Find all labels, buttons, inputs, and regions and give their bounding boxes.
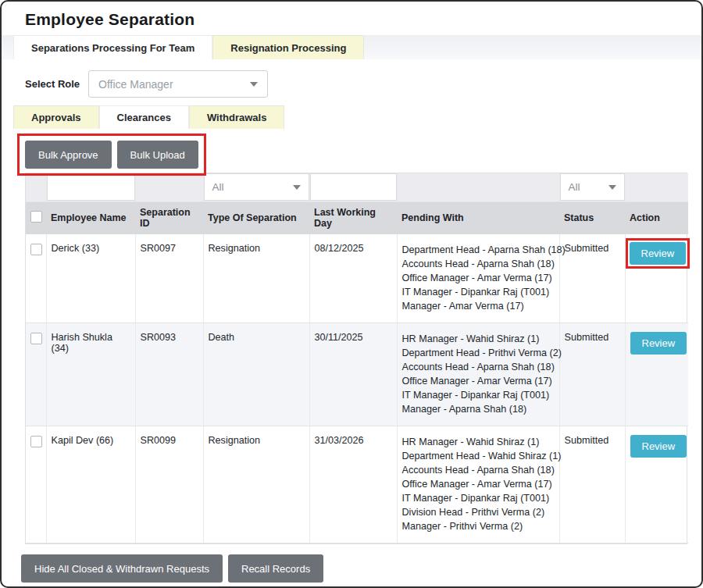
filter-value: All — [569, 181, 580, 193]
separations-table: All All Employee Name Separation ID — [26, 173, 688, 543]
tab-label: Clearances — [117, 112, 171, 123]
last-working-day-cell: 31/03/2026 — [309, 426, 397, 543]
pending-with-entry: Division Head - Prithvi Verma (2) — [402, 505, 553, 519]
col-header-type-of-separation: Type Of Separation — [203, 201, 309, 234]
tab-label: Withdrawals — [207, 112, 266, 123]
pending-with-entry: IT Manager - Dipankar Raj (T001) — [402, 491, 553, 505]
chevron-down-icon — [608, 185, 616, 190]
select-all-checkbox[interactable] — [30, 211, 42, 223]
tab-resignation-processing[interactable]: Resignation Processing — [212, 35, 364, 59]
last-working-day-cell: 08/12/2025 — [309, 234, 397, 323]
app-window: Employee Separation Separations Processi… — [0, 0, 703, 588]
role-selector-row: Select Role Office Manager — [25, 70, 701, 98]
tab-label: Approvals — [31, 112, 81, 123]
separation-id-cell: SR0099 — [135, 426, 203, 543]
col-header-pending-with: Pending With — [397, 201, 559, 234]
tab-label: Resignation Processing — [230, 42, 346, 54]
pending-with-entry: Manager - Amar Verma (17) — [402, 299, 553, 313]
filter-cell-separation-id — [135, 173, 203, 201]
pending-with-entry: Office Manager - Amar Verma (17) — [402, 374, 553, 388]
chevron-down-icon — [250, 82, 258, 87]
pending-with-entry: Accounts Head - Aparna Shah (18) — [402, 257, 553, 271]
table-row: Derick (33) SR0097 Resignation 08/12/202… — [26, 234, 688, 323]
table-filter-row: All All — [26, 173, 688, 201]
type-of-separation-filter-dropdown[interactable]: All — [204, 173, 309, 201]
review-button[interactable]: Review — [630, 242, 687, 265]
select-role-label: Select Role — [25, 78, 80, 90]
row-checkbox[interactable] — [30, 436, 42, 447]
separation-id-cell: SR0097 — [135, 234, 203, 323]
table-row: Harish Shukla (34) SR0093 Death 30/11/20… — [26, 323, 688, 426]
pending-with-entry: Department Head - Aparna Shah (18) — [402, 243, 553, 257]
pending-with-entry: Accounts Head - Aparna Shah (18) — [402, 463, 553, 477]
pending-with-entry: Office Manager - Amar Verma (17) — [402, 271, 553, 285]
bulk-upload-button[interactable]: Bulk Upload — [117, 141, 198, 169]
select-role-value: Office Manager — [98, 78, 173, 91]
pending-with-entry: IT Manager - Dipankar Raj (T001) — [402, 388, 553, 402]
type-of-separation-cell: Resignation — [203, 234, 309, 323]
separation-id-cell: SR0093 — [135, 323, 203, 426]
employee-name-cell: Kapil Dev (66) — [46, 426, 135, 543]
pending-with-cell: Department Head - Aparna Shah (18) Accou… — [397, 234, 559, 323]
pending-with-entry: Manager - Aparna Shah (18) — [402, 402, 553, 416]
hide-closed-withdrawn-button[interactable]: Hide All Closed & Withdrawn Requests — [21, 554, 223, 583]
pending-with-entry: Manager - Prithvi Verma (2) — [402, 519, 553, 533]
chevron-down-icon — [293, 185, 301, 190]
bulk-approve-button[interactable]: Bulk Approve — [25, 141, 112, 169]
col-header-action: Action — [625, 201, 688, 234]
page-title: Employee Separation — [2, 2, 701, 35]
pending-with-entry: Accounts Head - Aparna Shah (18) — [402, 360, 553, 374]
pending-with-entry: Department Head - Wahid Shiraz (1) — [402, 449, 553, 463]
tab-approvals[interactable]: Approvals — [13, 105, 99, 129]
annotation-highlight-bulk-actions: Bulk Approve Bulk Upload — [17, 134, 206, 176]
review-button[interactable]: Review — [630, 435, 687, 458]
status-cell: Submitted — [559, 234, 625, 323]
status-cell: Submitted — [559, 323, 625, 426]
col-header-separation-id: Separation ID — [135, 201, 203, 234]
type-of-separation-cell: Death — [203, 323, 309, 426]
footer-actions: Hide All Closed & Withdrawn Requests Rec… — [21, 554, 701, 583]
employee-name-filter-input[interactable] — [47, 173, 135, 201]
tab-label: Separations Processing For Team — [31, 42, 194, 54]
pending-with-entry: IT Manager - Dipankar Raj (T001) — [402, 285, 553, 299]
col-header-last-working-day: Last Working Day — [309, 201, 397, 234]
row-checkbox[interactable] — [30, 333, 42, 344]
select-role-dropdown[interactable]: Office Manager — [88, 70, 268, 98]
tab-separations-processing-for-team[interactable]: Separations Processing For Team — [13, 35, 212, 59]
pending-with-entry: Department Head - Prithvi Verma (2) — [402, 346, 553, 360]
filter-cell-checkbox — [26, 173, 46, 201]
filter-cell-pending-with — [397, 173, 559, 201]
employee-name-cell: Harish Shukla (34) — [46, 323, 135, 426]
col-header-employee-name: Employee Name — [46, 201, 135, 234]
last-working-day-cell: 30/11/2025 — [309, 323, 397, 426]
pending-with-entry: HR Manager - Wahid Shiraz (1) — [402, 435, 553, 449]
last-working-day-filter-input[interactable] — [310, 173, 397, 201]
filter-value: All — [212, 181, 224, 193]
review-button[interactable]: Review — [630, 332, 687, 355]
tab-clearances[interactable]: Clearances — [99, 105, 189, 129]
col-header-status: Status — [559, 201, 625, 234]
main-tab-strip: Separations Processing For Team Resignat… — [2, 35, 701, 59]
employee-name-cell: Derick (33) — [46, 234, 135, 323]
recall-records-button[interactable]: Recall Records — [228, 554, 323, 583]
status-filter-dropdown[interactable]: All — [560, 173, 625, 201]
pending-with-cell: HR Manager - Wahid Shiraz (1) Department… — [397, 426, 559, 543]
annotation-highlight-review-button: Review — [626, 238, 691, 269]
table-row: Kapil Dev (66) SR0099 Resignation 31/03/… — [26, 426, 688, 543]
pending-with-cell: HR Manager - Wahid Shiraz (1) Department… — [397, 323, 559, 426]
row-checkbox[interactable] — [30, 244, 42, 255]
status-cell: Submitted — [559, 426, 625, 543]
type-of-separation-cell: Resignation — [203, 426, 309, 543]
separations-table-panel: All All Employee Name Separation ID — [25, 173, 687, 544]
pending-with-entry: Office Manager - Amar Verma (17) — [402, 477, 553, 491]
filter-cell-action — [625, 173, 688, 201]
tab-withdrawals[interactable]: Withdrawals — [189, 105, 284, 129]
table-header-row: Employee Name Separation ID Type Of Sepa… — [26, 201, 688, 234]
pending-with-entry: HR Manager - Wahid Shiraz (1) — [402, 332, 553, 346]
sub-tab-strip: Approvals Clearances Withdrawals — [2, 105, 701, 129]
